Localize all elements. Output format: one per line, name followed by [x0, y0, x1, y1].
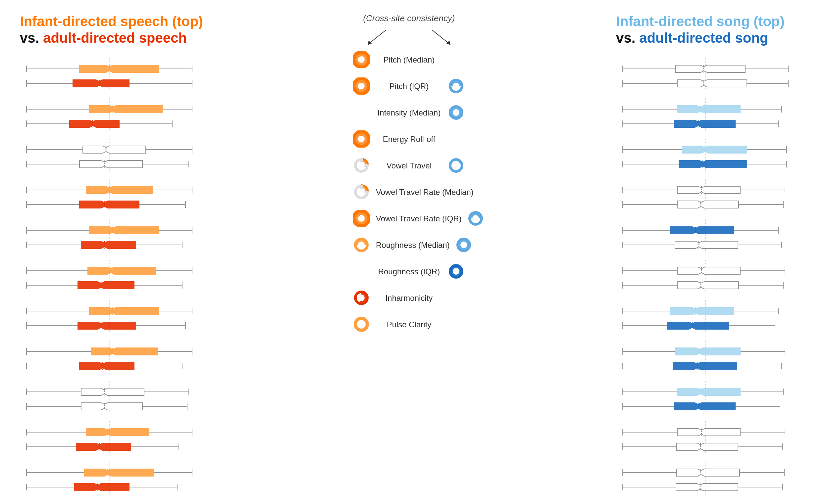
left-box-row — [20, 97, 212, 133]
feature-label: Vowel Travel — [376, 161, 442, 171]
feature-label: Vowel Travel Rate (IQR) — [376, 214, 462, 223]
right-box-row — [616, 57, 808, 92]
donut-right — [467, 210, 485, 228]
right-box-row — [616, 420, 808, 456]
center-feature-row: Intensity (Median) — [353, 100, 465, 126]
donut-left — [353, 130, 371, 148]
center-feature-row: Pitch (IQR) — [353, 73, 465, 100]
right-title-line2: adult-directed song — [639, 30, 769, 46]
left-panel: Infant-directed speech (top) vs. adult-d… — [20, 13, 212, 504]
left-title: Infant-directed speech (top) vs. adult-d… — [20, 13, 203, 47]
donut-right — [479, 183, 497, 201]
right-box-row — [616, 97, 808, 133]
donut-left — [353, 183, 371, 201]
svg-point-60 — [453, 268, 459, 275]
donut-left — [353, 51, 371, 69]
center-feature-row: Roughness (Median) — [353, 232, 465, 259]
svg-point-38 — [358, 56, 365, 63]
svg-point-47 — [358, 162, 365, 169]
svg-point-46 — [358, 136, 365, 142]
donut-left — [353, 263, 371, 281]
right-box-row — [616, 460, 808, 496]
center-feature-row: Inharmonicity — [353, 285, 465, 311]
left-box-row — [20, 420, 212, 456]
donut-right — [455, 236, 473, 254]
center-feature-row: Vowel Travel Rate (Median) — [353, 179, 465, 205]
center-feature-row: Roughness (IQR) — [353, 259, 465, 285]
right-box-row — [616, 137, 808, 173]
center-feature-row: Pitch (Median) — [353, 47, 465, 73]
cross-site-label: (Cross-site consistency) — [363, 13, 455, 24]
center-feature-row: Vowel Travel — [353, 152, 465, 179]
svg-point-42 — [453, 83, 459, 89]
left-box-row — [20, 339, 212, 375]
svg-line-35 — [432, 30, 449, 43]
donut-right — [448, 130, 465, 148]
feature-label: Pitch (IQR) — [376, 82, 442, 91]
left-title-line2: adult-directed speech — [43, 30, 187, 46]
donut-right — [448, 157, 465, 175]
right-box-row — [616, 339, 808, 375]
donut-left — [353, 104, 371, 122]
feature-label: Roughness (Median) — [376, 240, 450, 250]
right-box-row — [616, 299, 808, 334]
right-title-vs: vs. — [616, 30, 639, 46]
feature-label: Inharmonicity — [376, 293, 442, 303]
svg-point-52 — [358, 215, 365, 222]
feature-label: Vowel Travel Rate (Median) — [376, 188, 473, 197]
donut-right — [448, 78, 465, 95]
right-panel: Infant-directed song (top) vs. adult-dir… — [616, 13, 808, 504]
feature-label: Pitch (Median) — [376, 55, 442, 64]
donut-right — [448, 289, 465, 307]
left-box-row — [20, 218, 212, 254]
left-box-row — [20, 259, 212, 294]
center-feature-row: Pulse Clarity — [353, 311, 465, 338]
left-box-row — [20, 299, 212, 334]
left-title-line1-orange: Infant-directed speech (top) — [20, 13, 203, 29]
feature-label: Roughness (IQR) — [376, 267, 442, 276]
left-title-vs: vs. — [20, 30, 43, 46]
donut-right — [448, 263, 465, 281]
left-box-row — [20, 460, 212, 496]
feature-label: Pulse Clarity — [376, 320, 442, 329]
svg-line-33 — [369, 30, 386, 43]
left-box-row — [20, 57, 212, 92]
donut-left — [353, 236, 371, 254]
right-box-row — [616, 259, 808, 294]
donut-right — [448, 316, 465, 333]
right-box-row — [616, 379, 808, 415]
svg-point-62 — [358, 294, 365, 301]
right-title: Infant-directed song (top) vs. adult-dir… — [616, 13, 785, 47]
svg-point-49 — [453, 162, 459, 169]
svg-point-40 — [358, 83, 365, 89]
donut-left — [353, 78, 371, 95]
center-feature-row: Vowel Travel Rate (IQR) — [353, 205, 465, 232]
left-box-row — [20, 178, 212, 214]
center-feature-row: Energy Roll-off — [353, 126, 465, 152]
right-box-row — [616, 218, 808, 254]
right-boxplot-area — [616, 57, 808, 501]
center-rows: Pitch (Median)Pitch (IQR)Intensity (Medi… — [353, 47, 465, 338]
feature-label: Energy Roll-off — [376, 135, 442, 144]
right-title-line1: Infant-directed song (top) — [616, 13, 785, 29]
svg-point-50 — [358, 189, 365, 195]
svg-point-56 — [358, 241, 365, 248]
center-panel: (Cross-site consistency) Pitch (Median)P… — [212, 13, 606, 338]
arrows-svg — [356, 27, 462, 47]
donut-right — [448, 51, 465, 69]
svg-point-44 — [453, 109, 459, 116]
svg-point-64 — [358, 321, 365, 328]
donut-left — [353, 210, 371, 228]
donut-left — [353, 157, 371, 175]
left-box-row — [20, 379, 212, 415]
donut-left — [353, 289, 371, 307]
left-box-row — [20, 137, 212, 173]
svg-point-54 — [472, 215, 479, 222]
svg-point-58 — [460, 241, 467, 248]
left-boxplot-area — [20, 57, 212, 501]
donut-left — [353, 316, 371, 333]
right-box-row — [616, 178, 808, 214]
main-container: Infant-directed speech (top) vs. adult-d… — [0, 0, 828, 504]
donut-right — [448, 104, 465, 122]
feature-label: Intensity (Median) — [376, 108, 442, 118]
